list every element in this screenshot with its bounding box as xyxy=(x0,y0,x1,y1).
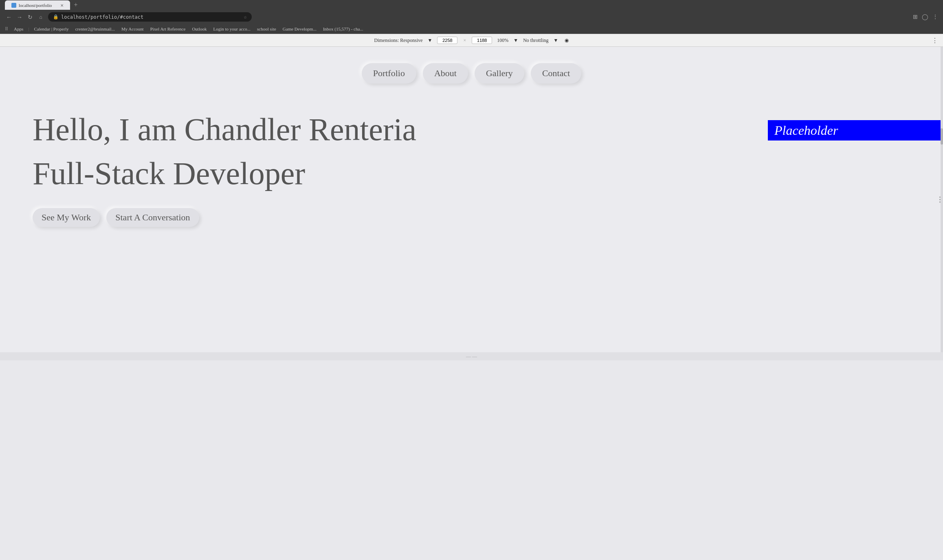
address-bar[interactable]: 🔒 localhost/portfolio/#contact ☆ xyxy=(48,12,252,22)
bookmark-game[interactable]: Game Developm... xyxy=(280,26,319,32)
nav-contact[interactable]: Contact xyxy=(531,63,581,83)
nav-about[interactable]: About xyxy=(423,63,468,83)
throttle-label: No throttling xyxy=(523,37,548,44)
throttle-dropdown[interactable]: ▼ xyxy=(554,37,558,44)
profile-icon[interactable]: ◯ xyxy=(922,13,928,20)
refresh-button[interactable]: ↻ xyxy=(26,13,34,21)
placeholder-text: Placeholder xyxy=(774,123,838,138)
hero-section: Placeholder Hello, I am Chandler Renteri… xyxy=(0,96,943,251)
bookmark-star-icon[interactable]: ☆ xyxy=(244,14,247,20)
bookmark-crenter[interactable]: crenter2@bruinmail... xyxy=(73,26,117,32)
zoom-dropdown[interactable]: ▼ xyxy=(513,37,518,44)
resize-handle[interactable] xyxy=(939,197,941,203)
webpage-content: Portfolio About Gallery Contact Placehol… xyxy=(0,47,943,352)
apps-dots-icon: ⠿ xyxy=(5,26,8,32)
bookmark-inbox[interactable]: Inbox (15,577) - cha... xyxy=(321,26,366,32)
back-button[interactable]: ← xyxy=(5,13,13,21)
new-tab-button[interactable]: + xyxy=(71,0,81,10)
browser-toolbar: ← → ↻ ⌂ 🔒 localhost/portfolio/#contact ☆… xyxy=(0,10,943,24)
devtools-bar: Dimensions: Responsive ▼ × 100% ▼ No thr… xyxy=(0,34,943,47)
devtools-right-icons: ⋮ xyxy=(932,37,938,44)
see-work-button[interactable]: See My Work xyxy=(33,208,100,227)
tab-favicon xyxy=(11,3,16,8)
dropdown-arrow[interactable]: ▼ xyxy=(428,37,433,44)
bookmark-login[interactable]: Login to your acco... xyxy=(211,26,253,32)
bookmark-apps[interactable]: Apps xyxy=(11,26,26,32)
nav-gallery[interactable]: Gallery xyxy=(475,63,524,83)
bookmark-school[interactable]: school site xyxy=(255,26,279,32)
bookmark-myaccount[interactable]: My Account xyxy=(119,26,146,32)
tab-title: localhost/portfolio xyxy=(19,3,52,8)
dimension-separator: × xyxy=(463,37,466,44)
hero-subtitle: Full-Stack Developer xyxy=(33,155,910,192)
toolbar-right-icons: ⊞ ◯ ⋮ xyxy=(913,13,938,20)
bookmark-outlook[interactable]: Outlook xyxy=(189,26,209,32)
bottom-drag-handle[interactable]: — — xyxy=(0,352,943,360)
dimensions-label: Dimensions: Responsive xyxy=(374,37,423,44)
browser-chrome: localhost/portfolio ✕ + ← → ↻ ⌂ 🔒 localh… xyxy=(0,0,943,47)
bookmarks-bar: ⠿ Apps | Calendar | Properly crenter2@br… xyxy=(0,24,943,34)
menu-icon[interactable]: ⋮ xyxy=(932,13,938,20)
divider: | xyxy=(28,26,29,31)
tabs-row: localhost/portfolio ✕ + xyxy=(0,0,943,10)
screenshot-icon[interactable]: ◉ xyxy=(565,37,569,44)
address-bar-actions: ☆ xyxy=(244,14,247,20)
placeholder-box: Placeholder xyxy=(768,120,943,141)
home-button[interactable]: ⌂ xyxy=(37,13,45,21)
bookmark-calendar[interactable]: Calendar | Properly xyxy=(31,26,71,32)
url-text: localhost/portfolio/#contact xyxy=(61,14,143,20)
nav-portfolio[interactable]: Portfolio xyxy=(362,63,416,83)
forward-button[interactable]: → xyxy=(15,13,24,21)
nav-buttons: ← → ↻ ⌂ xyxy=(5,13,45,21)
scrollbar-thumb[interactable] xyxy=(941,128,943,145)
start-conversation-button[interactable]: Start A Conversation xyxy=(106,208,199,227)
tab-close-icon[interactable]: ✕ xyxy=(60,3,64,8)
width-input[interactable] xyxy=(437,37,457,44)
lock-icon: 🔒 xyxy=(53,14,59,20)
devtools-more-icon[interactable]: ⋮ xyxy=(932,37,938,44)
bookmark-pixelart[interactable]: Pixel Art Reference xyxy=(148,26,188,32)
extensions-icon[interactable]: ⊞ xyxy=(913,13,918,20)
active-tab[interactable]: localhost/portfolio ✕ xyxy=(5,0,70,10)
hero-buttons: See My Work Start A Conversation xyxy=(33,208,910,227)
main-navigation: Portfolio About Gallery Contact xyxy=(0,55,943,96)
scrollbar-track xyxy=(941,47,943,352)
zoom-label: 100% xyxy=(497,37,508,44)
height-input[interactable] xyxy=(472,37,492,44)
